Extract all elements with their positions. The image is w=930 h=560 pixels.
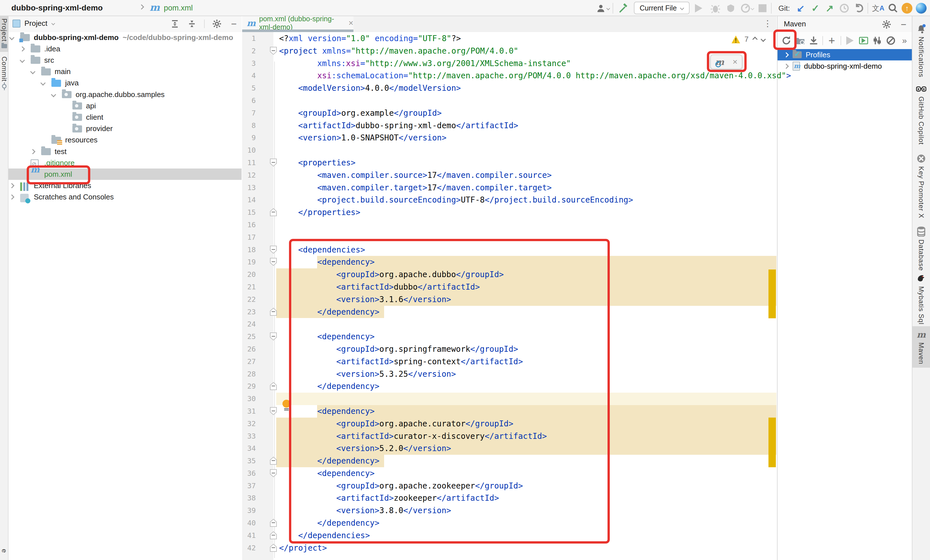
chevron-expanded-icon[interactable] [20,58,25,63]
git-push-button[interactable]: ↗ [825,2,834,14]
close-tab-icon[interactable]: × [348,18,353,28]
chevron-collapsed-icon[interactable] [9,183,14,188]
tree-item-resources[interactable]: resources [9,135,242,146]
maven-settings-sliders-icon[interactable] [872,36,882,45]
inspections-widget[interactable]: 7 [731,35,765,44]
user-account-button[interactable] [596,2,610,14]
profiler-button[interactable] [741,2,754,14]
run-button[interactable] [695,2,702,14]
tree-item-main[interactable]: main [9,66,242,77]
code-line-16[interactable]: 16 [242,219,776,231]
change-stripe-marker[interactable] [768,270,776,318]
rollback-button[interactable] [854,2,865,14]
tool-window-button-commit[interactable]: Commit [0,54,9,97]
download-sources-icon[interactable] [809,36,818,45]
code-line-3[interactable]: 3xmlns:xsi="http://www.w3.org/2001/XMLSc… [242,57,776,70]
hide-panel-icon[interactable]: − [899,20,908,29]
code-line-4[interactable]: 4xsi:schemaLocation="http://maven.apache… [242,69,776,82]
translate-icon[interactable]: 文A [872,2,884,14]
tree-item-java[interactable]: java [9,77,242,89]
run-maven-goal-icon[interactable] [845,36,855,45]
tree-item-client[interactable]: client [9,112,242,123]
fold-start-marker[interactable] [270,407,277,415]
reload-all-projects-icon[interactable] [795,36,805,45]
collapse-all-icon[interactable] [187,19,197,29]
tool-window-button-key-promoter-x[interactable]: Key Promoter X [912,154,930,218]
code-line-7[interactable]: 7<groupId>org.example</groupId> [242,107,776,120]
gradle-sphere-icon[interactable] [916,2,927,14]
coverage-button[interactable] [725,2,736,14]
fold-start-marker[interactable] [270,469,277,477]
chevron-collapsed-icon[interactable] [20,46,25,51]
tree-item-dubbo-spring-xml-demo[interactable]: dubbo-spring-xml-demo~/code/dubbo-spring… [9,32,242,43]
chevron-expanded-icon[interactable] [9,35,14,40]
update-available-icon[interactable]: ↑ [902,2,912,14]
fold-start-marker[interactable] [270,158,277,167]
tree-item-idea[interactable]: .idea [9,43,242,54]
history-clock-button[interactable] [839,2,849,14]
code-line-5[interactable]: 5<modelVersion>4.0.0</modelVersion> [242,82,776,95]
tree-item-src[interactable]: src [9,54,242,66]
debug-button[interactable] [710,2,721,14]
fold-start-marker[interactable] [270,46,277,55]
chevron-collapsed-icon[interactable] [784,52,788,57]
project-view-select[interactable]: Project [12,19,55,28]
execute-maven-goal-icon[interactable] [859,36,868,45]
tool-window-button-mybatis-sql[interactable]: Mybatis Sql [912,274,930,325]
code-line-15[interactable]: 15</properties> [242,206,776,219]
fold-end-marker[interactable] [270,456,277,465]
code-line-13[interactable]: 13<maven.compiler.target>17</maven.compi… [242,181,776,194]
add-maven-project-icon[interactable]: + [827,36,837,45]
chevron-expanded-icon[interactable] [41,81,46,86]
fold-start-marker[interactable] [270,245,277,254]
fold-start-marker[interactable] [270,258,277,266]
breadcrumb-file[interactable]: pom.xml [164,4,193,12]
fold-end-marker[interactable] [270,382,277,390]
code-line-2[interactable]: 2<project xmlns="http://maven.apache.org… [242,45,776,57]
code-line-9[interactable]: 9<version>1.0-SNAPSHOT</version> [242,132,776,144]
more-actions-icon[interactable]: » [900,36,909,45]
fold-end-marker[interactable] [270,208,277,216]
chevron-expanded-icon[interactable] [30,69,35,74]
run-configuration-select[interactable]: Current File [634,2,690,14]
chevron-collapsed-icon[interactable] [30,149,35,154]
tool-window-button-database[interactable]: Database [912,226,930,271]
breadcrumb-project[interactable]: dubbo-spring-xml-demo [11,3,103,12]
git-commit-check-button[interactable]: ✓ [811,2,819,14]
code-line-8[interactable]: 8<artifactId>dubbo-spring-xml-demo</arti… [242,120,776,132]
maven-item-profiles[interactable]: Profiles [778,49,912,60]
next-warning-icon[interactable] [761,37,766,42]
tree-item-api[interactable]: api [9,100,242,112]
chevron-collapsed-icon[interactable] [9,195,14,200]
tool-window-button-partial[interactable]: e [0,547,9,560]
build-hammer-icon[interactable] [618,2,629,14]
tree-item-test[interactable]: test [9,146,242,157]
code-line-11[interactable]: 11<properties> [242,156,776,169]
fold-end-marker[interactable] [270,531,277,540]
git-update-button[interactable]: ↙ [796,2,805,14]
tool-window-button-project[interactable]: Project [0,16,9,52]
fold-end-marker[interactable] [270,307,277,316]
fold-end-marker[interactable] [270,519,277,527]
gear-icon[interactable] [212,19,222,29]
stop-button[interactable] [759,2,767,14]
code-line-6[interactable]: 6 [242,95,776,107]
toggle-offline-mode-icon[interactable] [886,36,896,45]
prev-warning-icon[interactable] [752,37,758,42]
search-everywhere-icon[interactable] [888,2,898,14]
tool-window-button-notifications[interactable]: Notifications [912,24,930,77]
tree-item-scratches-and-consoles[interactable]: Scratches and Consoles [9,192,242,203]
code-line-42[interactable]: 42</project> [242,542,776,554]
code-line-1[interactable]: 1<?xml version="1.0" encoding="UTF-8"?> [242,32,776,45]
chevron-expanded-icon[interactable] [51,92,56,97]
tree-item-provider[interactable]: provider [9,123,242,135]
tool-window-button-github-copilot[interactable]: GitHub Copilot [912,85,930,145]
gear-icon[interactable] [882,20,892,29]
code-line-14[interactable]: 14<project.build.sourceEncoding>UTF-8</p… [242,194,776,206]
code-line-10[interactable]: 10 [242,144,776,156]
chevron-collapsed-icon[interactable] [784,64,788,69]
tab-pom-xml[interactable]: m pom.xml (dubbo-spring-xml-demo) × [242,16,353,30]
change-stripe-marker[interactable] [768,417,776,467]
fold-start-marker[interactable] [270,332,277,341]
tree-item-org-apache-dubbo-samples[interactable]: org.apache.dubbo.samples [9,89,242,100]
